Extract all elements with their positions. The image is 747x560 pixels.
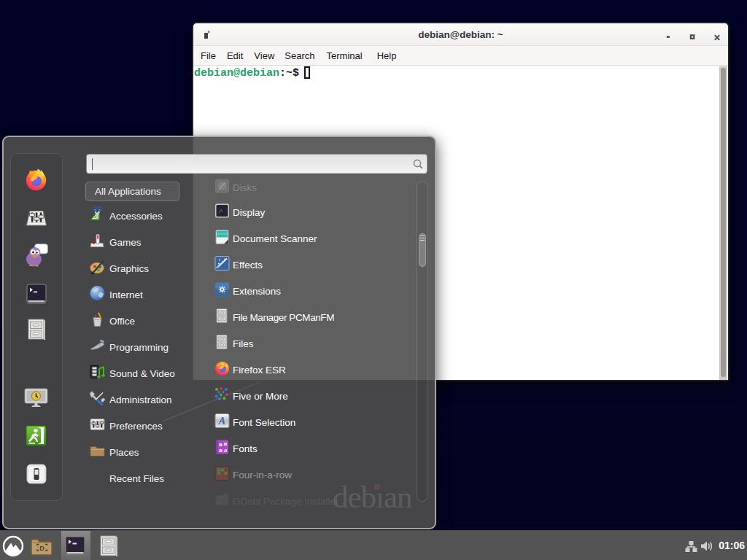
svg-text:A: A: [218, 416, 225, 427]
svg-text:D: D: [39, 545, 44, 552]
svg-text:a: a: [224, 440, 228, 447]
svg-text:a: a: [219, 447, 222, 454]
svg-text:a: a: [224, 447, 228, 454]
